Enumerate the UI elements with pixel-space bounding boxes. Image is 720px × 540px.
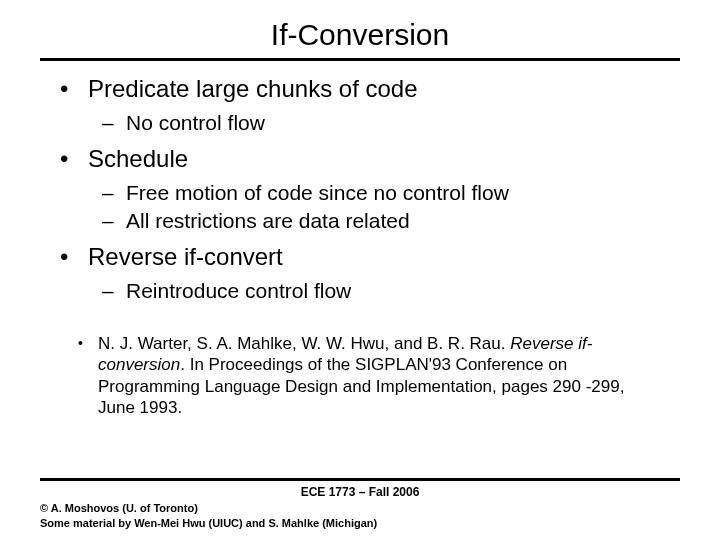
bullet-text: Reintroduce control flow: [126, 279, 351, 303]
bullet-text: Predicate large chunks of code: [88, 75, 418, 103]
slide-content: • Predicate large chunks of code – No co…: [40, 75, 680, 418]
bullet-text: Free motion of code since no control flo…: [126, 181, 509, 205]
bullet-level1: • Reverse if-convert: [60, 243, 680, 271]
bullet-dash-icon: –: [102, 279, 126, 303]
bullet-dot-icon: •: [78, 333, 98, 418]
bullet-level1: • Schedule: [60, 145, 680, 173]
bullet-dash-icon: –: [102, 209, 126, 233]
bullet-dot-icon: •: [60, 243, 88, 271]
reference-bullet: • N. J. Warter, S. A. Mahlke, W. W. Hwu,…: [78, 333, 680, 418]
bullet-text: No control flow: [126, 111, 265, 135]
footer-course: ECE 1773 – Fall 2006: [40, 485, 680, 499]
bullet-level2: – Free motion of code since no control f…: [102, 181, 680, 205]
bullet-level1: • Predicate large chunks of code: [60, 75, 680, 103]
slide: If-Conversion • Predicate large chunks o…: [0, 0, 720, 540]
bullet-level2: – No control flow: [102, 111, 680, 135]
footer-copyright: © A. Moshovos (U. of Toronto): [40, 501, 680, 515]
bullet-text: Schedule: [88, 145, 188, 173]
bullet-dash-icon: –: [102, 181, 126, 205]
bullet-dot-icon: •: [60, 75, 88, 103]
footer-material: Some material by Wen-Mei Hwu (UIUC) and …: [40, 516, 680, 530]
reference-authors: N. J. Warter, S. A. Mahlke, W. W. Hwu, a…: [98, 334, 510, 353]
bullet-level2: – All restrictions are data related: [102, 209, 680, 233]
bullet-level2: – Reintroduce control flow: [102, 279, 680, 303]
bullet-text: Reverse if-convert: [88, 243, 283, 271]
bullet-dash-icon: –: [102, 111, 126, 135]
slide-title: If-Conversion: [40, 18, 680, 61]
bullet-text: All restrictions are data related: [126, 209, 410, 233]
reference-text: N. J. Warter, S. A. Mahlke, W. W. Hwu, a…: [98, 333, 658, 418]
slide-footer: ECE 1773 – Fall 2006 © A. Moshovos (U. o…: [0, 478, 720, 530]
bullet-dot-icon: •: [60, 145, 88, 173]
footer-credits: © A. Moshovos (U. of Toronto) Some mater…: [40, 501, 680, 530]
footer-divider: [40, 478, 680, 481]
